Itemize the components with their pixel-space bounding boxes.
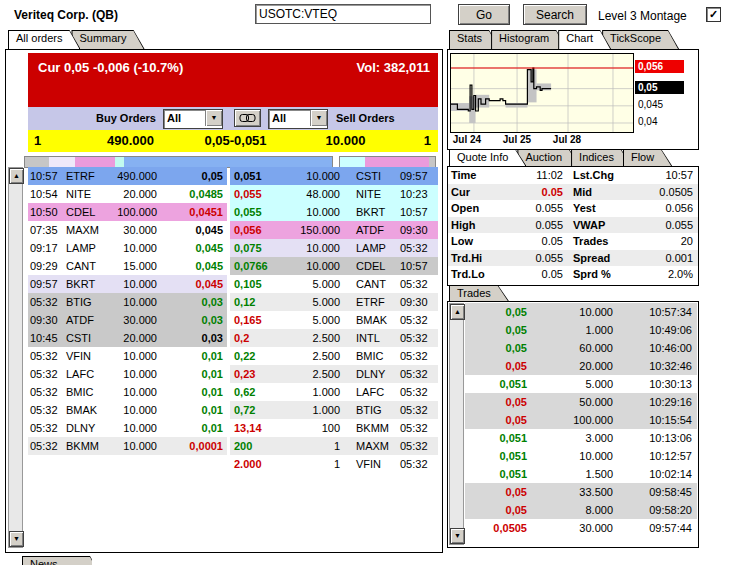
trades-list: 0,0510.00010:57:340,051.00010:49:060,056… — [465, 303, 697, 537]
ask-mmid: BKMM — [350, 419, 400, 437]
tab-quote-info[interactable]: Quote Info — [449, 149, 526, 166]
quote-label: Lst.Chg — [563, 167, 635, 184]
trades-tabrow: Trades — [449, 286, 500, 301]
quote-row: Open0.055Yest0.056 — [448, 200, 698, 217]
bid-price: 0,045 — [171, 239, 227, 257]
ask-row[interactable]: 0,222.500BMIC05:32 — [230, 347, 438, 365]
order-book-scrollbar[interactable]: ▲ ▼ — [8, 167, 23, 548]
level3-montage-checkbox[interactable]: ✓ — [706, 7, 721, 22]
ask-row[interactable]: 0,1055.000CANT05:32 — [230, 275, 438, 293]
bid-row[interactable]: 05:32BTIG10.0000,03 — [28, 293, 227, 311]
ask-row[interactable]: 0,05510.000BKRT10:57 — [230, 203, 438, 221]
ask-row[interactable]: 13,14100BKMM05:32 — [230, 419, 438, 437]
bid-time: 05:32 — [28, 383, 66, 401]
ask-mmid: BMAK — [350, 311, 400, 329]
bid-mmid: BTIG — [66, 293, 110, 311]
ask-size: 1.000 — [290, 383, 350, 401]
go-button[interactable]: Go — [458, 4, 510, 25]
ask-row[interactable]: 0,621.000LAFC05:32 — [230, 383, 438, 401]
bid-row[interactable]: 05:32BMIC10.0000,01 — [28, 383, 227, 401]
ask-row[interactable]: 0,721.000BTIG05:32 — [230, 401, 438, 419]
bid-row[interactable]: 10:50CDEL100.0000,0451 — [28, 203, 227, 221]
tab-summary[interactable]: Summary — [71, 30, 144, 49]
ask-row[interactable]: 0,232.500DLNY05:32 — [230, 365, 438, 383]
ask-row[interactable]: 0,125.000ETRF09:30 — [230, 293, 438, 311]
bid-price: 0,045 — [171, 257, 227, 275]
bid-row[interactable]: 10:57ETRF490.0000,05 — [28, 167, 227, 185]
trade-time: 09:58:45 — [613, 483, 697, 501]
trades-scrollbar[interactable]: ▲ ▼ — [449, 303, 464, 545]
tab-news[interactable]: News — [22, 556, 92, 565]
ask-size: 10.000 — [290, 257, 350, 275]
bid-row[interactable]: 07:35MAXM30.0000,045 — [28, 221, 227, 239]
tab-histogram[interactable]: Histogram — [491, 30, 567, 49]
trade-size: 8.000 — [527, 501, 613, 519]
bid-row[interactable]: 05:32BKMM10.0000,0001 — [28, 437, 227, 455]
bid-row[interactable]: 05:32LAFC10.0000,01 — [28, 365, 227, 383]
bid-row[interactable]: 05:32DLNY10.0000,01 — [28, 419, 227, 437]
ask-price: 0,23 — [230, 365, 290, 383]
ask-price: 0,051 — [230, 167, 290, 185]
ask-time: 05:32 — [400, 365, 438, 383]
bid-row[interactable]: 09:57BKRT10.0000,045 — [28, 275, 227, 293]
bid-row[interactable]: 05:32BMAK10.0000,01 — [28, 401, 227, 419]
ask-row[interactable]: 2001MAXM05:32 — [230, 437, 438, 455]
ask-size: 10.000 — [308, 130, 383, 152]
ask-row[interactable]: 0,22.500INTL05:32 — [230, 329, 438, 347]
bid-price: 0,01 — [171, 365, 227, 383]
ask-mmid: CSTI — [350, 167, 400, 185]
scroll-down-button[interactable]: ▼ — [9, 531, 24, 547]
link-filters-button[interactable] — [234, 109, 261, 127]
ask-mmid: LAMP — [350, 239, 400, 257]
search-button[interactable]: Search — [523, 4, 587, 25]
trade-price: 0,05 — [465, 321, 527, 339]
dropdown-arrow-icon[interactable]: ▼ — [310, 110, 327, 126]
ask-row[interactable]: 2.0001VFIN05:32 — [230, 455, 438, 473]
y-axis-label: 0,04 — [635, 115, 684, 128]
trade-row: 0,050530.00009:57:44 — [465, 519, 697, 537]
quote-label: Trd.Lo — [448, 266, 501, 283]
ask-mmid: VFIN — [350, 455, 400, 473]
scroll-up-button[interactable]: ▲ — [450, 304, 465, 320]
trade-size: 1.500 — [527, 465, 613, 483]
tab-trades[interactable]: Trades — [449, 285, 509, 301]
quote-label: High — [448, 217, 501, 234]
bid-mmid: MAXM — [66, 221, 110, 239]
level3-montage-label: Level 3 Montage — [598, 9, 687, 23]
tab-flow[interactable]: Flow — [623, 149, 672, 166]
bid-row[interactable]: 10:45CSTI20.0000,03 — [28, 329, 227, 347]
ask-row[interactable]: 0,07510.000LAMP05:32 — [230, 239, 438, 257]
ask-price: 2.000 — [230, 455, 290, 473]
bid-row[interactable]: 09:29CANT15.0000,045 — [28, 257, 227, 275]
ask-row[interactable]: 0,1655.000BMAK05:32 — [230, 311, 438, 329]
ask-price: 0,075 — [230, 239, 290, 257]
tab-tickscope[interactable]: TickScope — [602, 30, 679, 49]
trade-time: 09:58:20 — [613, 501, 697, 519]
buy-filter-select[interactable]: All ▼ — [163, 109, 223, 129]
ask-row[interactable]: 0,05110.000CSTI09:57 — [230, 167, 438, 185]
ask-time: 09:30 — [400, 221, 438, 239]
bid-row[interactable]: 09:30ATDF30.0000,03 — [28, 311, 227, 329]
symbol-input[interactable] — [255, 4, 431, 24]
scroll-up-button[interactable]: ▲ — [9, 168, 24, 184]
ask-row[interactable]: 0,056150.000ATDF09:30 — [230, 221, 438, 239]
ask-price: 0,055 — [230, 185, 290, 203]
tab-label: Flow — [631, 151, 654, 163]
bid-row[interactable]: 10:54NITE20.0000,0485 — [28, 185, 227, 203]
ask-price: 0,22 — [230, 347, 290, 365]
trade-price: 0,05 — [465, 483, 527, 501]
tab-all-orders[interactable]: All orders — [8, 30, 80, 49]
dropdown-arrow-icon[interactable]: ▼ — [205, 110, 222, 126]
trade-time: 10:15:54 — [613, 411, 697, 429]
quote-value: 2.0% — [635, 266, 698, 283]
bid-row[interactable]: 05:32VFIN10.0000,01 — [28, 347, 227, 365]
sell-filter-select[interactable]: All ▼ — [268, 109, 328, 129]
ask-row[interactable]: 0,076610.000CDEL10:57 — [230, 257, 438, 275]
scroll-down-button[interactable]: ▼ — [450, 528, 465, 544]
depth-segment — [49, 157, 75, 167]
quote-label: Time — [448, 167, 501, 184]
tab-chart[interactable]: Chart — [558, 30, 611, 49]
bid-row[interactable]: 09:17LAMP10.0000,045 — [28, 239, 227, 257]
ask-row[interactable]: 0,05548.000NITE10:23 — [230, 185, 438, 203]
trade-time: 10:30:13 — [613, 375, 697, 393]
